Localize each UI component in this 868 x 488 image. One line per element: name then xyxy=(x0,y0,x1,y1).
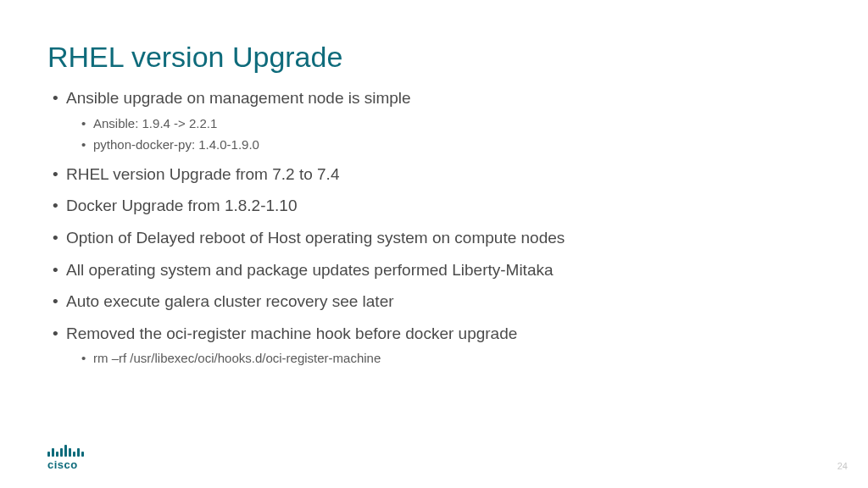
bullet-item: All operating system and package updates… xyxy=(47,259,821,281)
bullet-item: Option of Delayed reboot of Host operati… xyxy=(47,227,821,249)
sub-bullet-list: rm –rf /usr/libexec/oci/hooks.d/oci-regi… xyxy=(66,349,821,367)
bullet-list: Ansible upgrade on management node is si… xyxy=(47,87,821,367)
cisco-logo-text: cisco xyxy=(47,458,84,471)
bullet-item: Ansible upgrade on management node is si… xyxy=(47,87,821,153)
slide-container: RHEL version Upgrade Ansible upgrade on … xyxy=(0,0,868,488)
bullet-text: Ansible upgrade on management node is si… xyxy=(66,89,411,107)
sub-bullet-list: Ansible: 1.9.4 -> 2.2.1 python-docker-py… xyxy=(66,114,821,153)
cisco-logo-bars-icon xyxy=(47,444,84,457)
bullet-item: Auto execute galera cluster recovery see… xyxy=(47,291,821,313)
slide-title: RHEL version Upgrade xyxy=(47,41,821,74)
page-number: 24 xyxy=(837,461,848,471)
bullet-text: Removed the oci-register machine hook be… xyxy=(66,324,517,342)
bullet-item: Removed the oci-register machine hook be… xyxy=(47,323,821,368)
cisco-logo: cisco xyxy=(47,444,84,471)
sub-bullet-item: Ansible: 1.9.4 -> 2.2.1 xyxy=(76,114,821,132)
sub-bullet-item: rm –rf /usr/libexec/oci/hooks.d/oci-regi… xyxy=(76,349,821,367)
bullet-item: RHEL version Upgrade from 7.2 to 7.4 xyxy=(47,164,821,186)
sub-bullet-item: python-docker-py: 1.4.0-1.9.0 xyxy=(76,136,821,153)
bullet-item: Docker Upgrade from 1.8.2-1.10 xyxy=(47,195,821,217)
